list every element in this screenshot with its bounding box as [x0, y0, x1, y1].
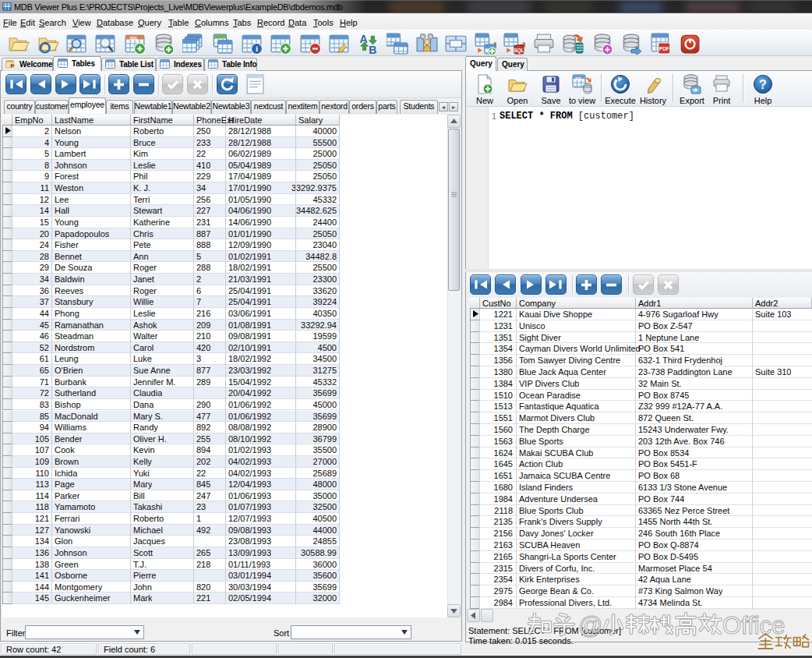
svg-text:B: B	[369, 44, 376, 55]
svg-text:?: ?	[759, 78, 767, 91]
svg-text:i: i	[255, 44, 257, 53]
svg-text:PDF: PDF	[658, 46, 669, 51]
svg-text:SQL: SQL	[575, 77, 583, 81]
svg-text:SQL: SQL	[514, 48, 524, 54]
svg-text:SQL: SQL	[129, 36, 139, 41]
svg-text:@: @	[578, 612, 602, 639]
